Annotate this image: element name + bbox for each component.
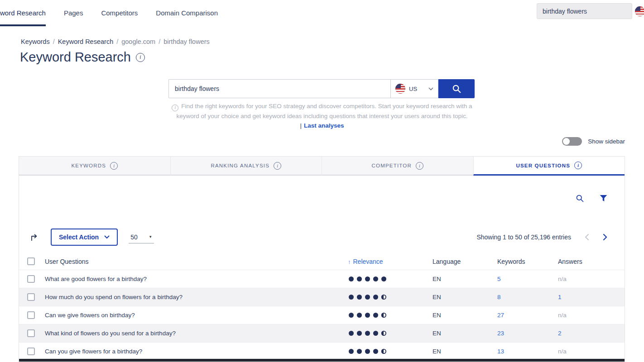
nav-item-competitors[interactable]: Competitors [101, 0, 138, 26]
select-action-button[interactable]: Select Action [51, 229, 118, 246]
chevron-down-icon [428, 87, 433, 90]
relevance-dot-icon [373, 331, 378, 336]
relevance-dots [348, 349, 433, 354]
tab-bar: KEYWORDSRANKING ANALYSISCOMPETITORUSER Q… [19, 157, 625, 176]
answers-value: n/a [558, 312, 567, 319]
answers-value[interactable]: 2 [558, 330, 562, 337]
info-icon[interactable] [274, 162, 281, 170]
breadcrumb-separator: / [159, 38, 160, 45]
bottom-scrollbar[interactable] [19, 359, 625, 362]
info-icon[interactable] [574, 162, 582, 169]
relevance-dot-icon [357, 313, 362, 318]
table-row: Can you give flowers for a birthday?EN13… [19, 342, 625, 360]
tab-user-questions[interactable]: USER QUESTIONS [473, 157, 625, 176]
answers-value: n/a [558, 348, 567, 355]
row-checkbox[interactable] [27, 311, 35, 319]
keywords-link[interactable]: 5 [497, 276, 501, 282]
relevance-dot-icon [357, 349, 362, 354]
prev-page-icon[interactable] [585, 233, 589, 241]
search-icon[interactable] [575, 194, 584, 203]
nav-item-pages[interactable]: Pages [64, 0, 83, 26]
language: EN [433, 312, 497, 319]
breadcrumb-item[interactable]: Keyword Research [58, 38, 114, 45]
keywords-link[interactable]: 13 [497, 348, 504, 355]
keyword-search-form: US [168, 79, 475, 98]
page-size-select[interactable]: 50 ▼ [129, 231, 154, 243]
description-line1: Find the right keywords for your SEO str… [181, 103, 472, 110]
tab-label: KEYWORDS [71, 163, 106, 168]
relevance-dot-icon [349, 349, 354, 354]
answers-value[interactable]: 1 [558, 294, 562, 300]
relevance-dot-icon [357, 276, 362, 281]
row-checkbox[interactable] [27, 348, 35, 355]
nav-country-flag[interactable] [635, 6, 644, 18]
col-keywords[interactable]: Keywords [497, 258, 558, 265]
relevance-dot-icon [373, 276, 378, 281]
questions-table: User Questions ↑Relevance Language Keywo… [19, 253, 625, 360]
tab-keywords[interactable]: KEYWORDS [19, 157, 170, 176]
top-nav: word ResearchPagesCompetitorsDomain Comp… [0, 0, 644, 26]
us-flag-icon [395, 84, 405, 94]
export-icon[interactable] [30, 233, 39, 242]
relevance-dots [348, 331, 433, 336]
language: EN [433, 294, 497, 300]
relevance-dots [348, 313, 433, 318]
relevance-dots [348, 295, 433, 300]
tab-label: COMPETITOR [372, 163, 412, 168]
keywords-link[interactable]: 8 [497, 294, 501, 300]
next-page-icon[interactable] [603, 233, 607, 241]
info-icon[interactable] [416, 162, 423, 170]
info-icon[interactable] [136, 53, 145, 62]
nav-search-input[interactable] [537, 3, 632, 19]
breadcrumb-item[interactable]: google.com [121, 38, 155, 45]
page-title: Keyword Research [20, 50, 145, 65]
keyword-search-input[interactable] [168, 79, 390, 98]
keywords-link[interactable]: 27 [497, 312, 504, 319]
search-button[interactable] [438, 79, 475, 98]
user-question: What kind of flowers do you send for a b… [45, 330, 348, 337]
breadcrumb-item[interactable]: birthday flowers [163, 38, 210, 45]
table-row: How much do you spend on flowers for a b… [19, 288, 625, 306]
breadcrumb-item[interactable]: Keywords [21, 38, 50, 45]
nav-item-word-research[interactable]: word Research [0, 0, 46, 26]
row-checkbox[interactable] [27, 275, 35, 283]
select-all-checkbox[interactable] [27, 257, 35, 265]
tab-ranking-analysis[interactable]: RANKING ANALYSIS [170, 157, 322, 176]
show-sidebar-toggle[interactable] [562, 137, 582, 146]
relevance-dot-icon [381, 331, 386, 336]
relevance-dot-icon [349, 331, 354, 336]
table-row: What are good flowers for a birthday?EN5… [19, 270, 625, 288]
col-language[interactable]: Language [433, 258, 497, 265]
keywords-link[interactable]: 23 [497, 330, 504, 337]
caret-down-icon: ▼ [149, 235, 152, 239]
page-title-text: Keyword Research [20, 50, 131, 65]
language: EN [433, 276, 497, 282]
row-checkbox[interactable] [27, 329, 35, 337]
country-code: US [409, 86, 417, 92]
user-question: Can you give flowers for a birthday? [45, 348, 348, 355]
breadcrumb-separator: / [116, 38, 118, 45]
language: EN [433, 348, 497, 355]
answers-value: n/a [558, 276, 567, 282]
relevance-dot-icon [349, 313, 354, 318]
tab-label: USER QUESTIONS [516, 163, 570, 168]
user-question: How much do you spend on flowers for a b… [45, 294, 348, 300]
sidebar-toggle-row: Show sidebar [562, 137, 625, 146]
relevance-dot-icon [373, 313, 378, 318]
relevance-dot-icon [357, 331, 362, 336]
row-checkbox[interactable] [27, 293, 35, 301]
toolbar: Select Action 50 ▼ Showing 1 to 50 of 25… [30, 228, 607, 246]
us-flag-icon [635, 6, 644, 16]
country-select[interactable]: US [390, 79, 438, 98]
table-header: User Questions ↑Relevance Language Keywo… [19, 253, 625, 270]
relevance-dot-icon [373, 295, 378, 300]
col-user-questions[interactable]: User Questions [45, 258, 348, 265]
tab-competitor[interactable]: COMPETITOR [322, 157, 473, 176]
filter-icon[interactable] [600, 195, 607, 202]
col-relevance[interactable]: ↑Relevance [348, 258, 433, 265]
nav-item-domain-comparison[interactable]: Domain Comparison [156, 0, 218, 26]
col-answers[interactable]: Answers [558, 258, 625, 265]
relevance-dot-icon [381, 313, 386, 318]
last-analyses-link[interactable]: Last analyses [304, 122, 344, 129]
info-icon[interactable] [110, 162, 118, 170]
